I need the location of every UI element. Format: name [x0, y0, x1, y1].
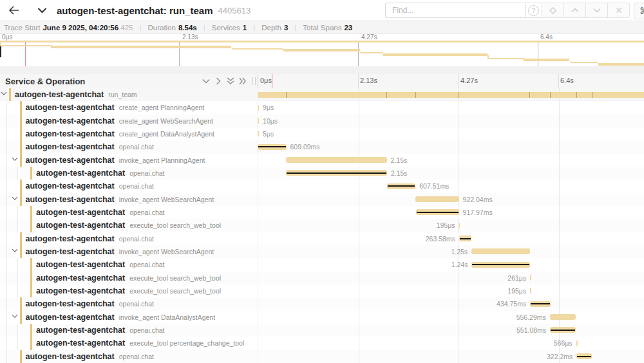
span-name-cell[interactable]: autogen-test-agentchatexecute_tool searc…	[0, 219, 258, 232]
span-row[interactable]: autogen-test-agentchatcreate_agent WebSe…	[0, 115, 644, 127]
span-bar[interactable]	[258, 92, 644, 98]
span-bar[interactable]	[550, 314, 576, 320]
span-bar[interactable]	[550, 327, 576, 333]
span-timeline-cell[interactable]: 5μs	[258, 127, 644, 140]
span-timeline-cell[interactable]: 195μs	[258, 284, 644, 297]
span-name-cell[interactable]: autogen-test-agentchatopenai.chat	[0, 258, 258, 271]
span-row[interactable]: autogen-test-agentchatopenai.chat1.24s	[0, 258, 644, 271]
span-name-cell[interactable]: autogen-test-agentchatopenai.chat	[0, 232, 258, 245]
span-row[interactable]: autogen-test-agentchatopenai.chat609.09m…	[0, 140, 644, 153]
span-row[interactable]: autogen-test-agentchatexecute_tool searc…	[0, 219, 644, 232]
span-timeline-cell[interactable]: 922.04ms	[258, 193, 644, 206]
span-timeline-cell[interactable]: 9μs	[258, 101, 644, 114]
diamond-icon[interactable]	[542, 3, 564, 18]
span-bar[interactable]	[415, 196, 459, 202]
span-row[interactable]: autogen-test-agentchatopenai.chat551.08m…	[0, 324, 644, 337]
span-row[interactable]: autogen-test-agentchatinvoke_agent WebSe…	[0, 193, 644, 206]
span-timeline-cell[interactable]: 261μs	[258, 272, 644, 284]
span-row[interactable]: autogen-test-agentchatinvoke_agent DataA…	[0, 311, 644, 324]
span-bar[interactable]	[530, 288, 531, 293]
minimap-canvas[interactable]	[0, 41, 644, 67]
span-name-cell[interactable]: autogen-test-agentchatopenai.chat	[0, 167, 258, 180]
span-timeline-cell[interactable]: 195μs	[258, 219, 644, 232]
collapse-one-chevron-down-icon[interactable]	[200, 74, 212, 88]
span-bar[interactable]	[471, 248, 530, 254]
span-bar[interactable]	[576, 353, 591, 359]
expand-all-double-chevron-right-icon[interactable]	[236, 74, 249, 88]
span-timeline-cell[interactable]: 10μs	[258, 115, 644, 127]
span-timeline-cell[interactable]: 434.75ms	[258, 297, 644, 310]
span-row[interactable]: autogen-test-agentchatopenai.chat322.2ms	[0, 350, 644, 363]
span-bar[interactable]	[530, 301, 551, 307]
clear-search-button[interactable]	[608, 3, 630, 18]
span-name-cell[interactable]: autogen-test-agentchatopenai.chat	[0, 297, 258, 310]
pane-splitter-handle[interactable]	[251, 74, 257, 88]
span-name-cell[interactable]: autogen-test-agentchatopenai.chat	[0, 206, 258, 219]
span-bar[interactable]	[471, 262, 529, 268]
span-bar[interactable]	[286, 157, 387, 163]
span-timeline-cell[interactable]: 2.15s	[258, 154, 644, 167]
help-icon[interactable]: ?	[525, 3, 542, 18]
span-timeline-cell[interactable]: 263.58ms	[258, 232, 644, 245]
span-row[interactable]: autogen-test-agentchatopenai.chat607.51m…	[0, 180, 644, 192]
span-name-cell[interactable]: autogen-test-agentchatcreate_agent DataA…	[0, 127, 258, 140]
span-name-cell[interactable]: autogen-test-agentchatrun_team	[0, 88, 258, 101]
timeline-header[interactable]: 0μs 2.13s 4.27s 6.4s	[258, 74, 644, 88]
span-name-cell[interactable]: autogen-test-agentchatinvoke_agent Plann…	[0, 154, 258, 167]
span-timeline-cell[interactable]: 1.25s	[258, 245, 644, 258]
expand-one-chevron-right-icon[interactable]	[212, 74, 224, 88]
span-timeline-cell[interactable]: 2.15s	[258, 167, 644, 180]
span-row[interactable]: autogen-test-agentchatinvoke_agent WebSe…	[0, 245, 644, 258]
span-timeline-cell[interactable]: 1.24s	[258, 258, 644, 271]
collapse-chevron-icon[interactable]	[12, 196, 18, 201]
prev-result-button[interactable]	[564, 3, 586, 18]
span-bar[interactable]	[416, 209, 459, 215]
collapse-chevron-icon[interactable]	[1, 91, 7, 96]
span-name-cell[interactable]: autogen-test-agentchatcreate_agent Plann…	[0, 101, 258, 114]
span-name-cell[interactable]: autogen-test-agentchatinvoke_agent WebSe…	[0, 193, 258, 206]
span-row[interactable]: autogen-test-agentchatcreate_agent Plann…	[0, 101, 644, 114]
span-name-cell[interactable]: autogen-test-agentchatinvoke_agent WebSe…	[0, 245, 258, 258]
span-timeline-cell[interactable]: 917.97ms	[258, 206, 644, 219]
span-timeline-cell[interactable]: 556.29ms	[258, 311, 644, 324]
collapse-all-double-chevron-down-icon[interactable]	[224, 74, 236, 88]
span-bar[interactable]	[286, 170, 387, 176]
span-bar[interactable]	[459, 236, 471, 241]
span-name-cell[interactable]: autogen-test-agentchatopenai.chat	[0, 140, 258, 153]
span-timeline-cell[interactable]: 322.2ms	[258, 350, 644, 363]
span-name-cell[interactable]: autogen-test-agentchatopenai.chat	[0, 324, 258, 337]
span-row[interactable]: autogen-test-agentchatopenai.chat917.97m…	[0, 206, 644, 219]
span-row[interactable]: autogen-test-agentchatcreate_agent DataA…	[0, 127, 644, 140]
span-row[interactable]: autogen-test-agentchatexecute_tool searc…	[0, 272, 644, 284]
collapse-chevron-icon[interactable]	[12, 248, 18, 253]
span-bar[interactable]	[258, 131, 259, 136]
span-row[interactable]: autogen-test-agentchatinvoke_agent Plann…	[0, 154, 644, 167]
span-timeline-cell[interactable]: 607.51ms	[258, 180, 644, 192]
span-name-cell[interactable]: autogen-test-agentchatopenai.chat	[0, 350, 258, 363]
command-key-icon[interactable]: ⌘	[634, 3, 644, 19]
span-rows-container[interactable]: autogen-test-agentchatrun_team8.54sautog…	[0, 88, 644, 363]
span-bar[interactable]	[258, 144, 286, 150]
span-name-cell[interactable]: autogen-test-agentchatexecute_tool perce…	[0, 337, 258, 349]
span-bar[interactable]	[258, 118, 259, 124]
span-name-cell[interactable]: autogen-test-agentchatinvoke_agent DataA…	[0, 311, 258, 324]
span-row[interactable]: autogen-test-agentchatexecute_tool searc…	[0, 284, 644, 297]
span-name-cell[interactable]: autogen-test-agentchatexecute_tool searc…	[0, 272, 258, 284]
span-row[interactable]: autogen-test-agentchatrun_team8.54s	[0, 88, 644, 101]
span-row[interactable]: autogen-test-agentchatopenai.chat434.75m…	[0, 297, 644, 310]
span-row[interactable]: autogen-test-agentchatopenai.chat2.15s	[0, 167, 644, 180]
span-name-cell[interactable]: autogen-test-agentchatexecute_tool searc…	[0, 284, 258, 297]
next-result-button[interactable]	[586, 3, 608, 18]
collapse-chevron-icon[interactable]	[12, 314, 18, 319]
span-bar[interactable]	[459, 223, 460, 228]
span-row[interactable]: autogen-test-agentchatexecute_tool perce…	[0, 337, 644, 349]
span-timeline-cell[interactable]: 8.54s	[258, 88, 644, 101]
span-row[interactable]: autogen-test-agentchatopenai.chat263.58m…	[0, 232, 644, 245]
back-arrow-icon[interactable]	[4, 0, 23, 21]
span-bar[interactable]	[258, 105, 259, 111]
span-bar[interactable]	[387, 183, 415, 189]
span-bar[interactable]	[530, 275, 531, 281]
find-input[interactable]	[385, 3, 525, 18]
span-timeline-cell[interactable]: 609.09ms	[258, 140, 644, 153]
span-timeline-cell[interactable]: 566μs	[258, 337, 644, 349]
